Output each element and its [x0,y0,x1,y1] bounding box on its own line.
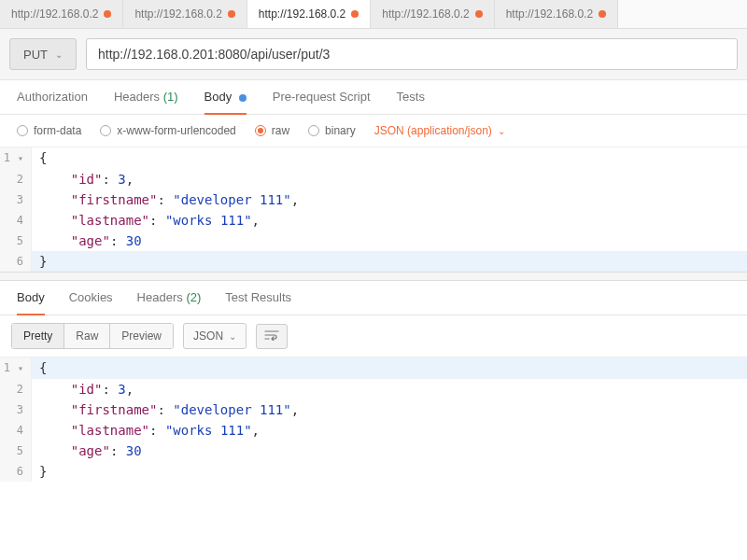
request-tab[interactable]: http://192.168.0.2 [371,0,494,28]
tab-body[interactable]: Body [204,90,247,115]
radio-binary[interactable]: binary [308,124,356,137]
resp-tab-cookies[interactable]: Cookies [69,290,113,315]
chevron-down-icon: ⌄ [55,49,63,60]
wrap-lines-button[interactable] [256,324,288,349]
unsaved-indicator-icon [599,10,606,18]
line-gutter[interactable]: 6 [0,251,32,272]
response-body-viewer[interactable]: 1 ▾{2 "id": 3,3 "firstname": "developer … [0,357,747,482]
http-method-label: PUT [23,48,48,62]
radio-urlencoded[interactable]: x-www-form-urlencoded [100,124,235,137]
view-preview[interactable]: Preview [110,324,173,348]
line-gutter[interactable]: 4 [0,420,32,441]
resp-tab-tests[interactable]: Test Results [225,290,291,315]
line-gutter[interactable]: 3 [0,399,32,420]
content-type-dropdown[interactable]: JSON (application/json) ⌄ [374,124,505,137]
code-line: 4 "lastname": "works 111", [0,210,747,231]
tab-prerequest[interactable]: Pre-request Script [273,90,371,114]
response-format-dropdown[interactable]: JSON ⌄ [183,323,247,349]
line-gutter[interactable]: 6 [0,461,32,482]
line-gutter[interactable]: 2 [0,169,32,189]
view-raw[interactable]: Raw [64,324,110,348]
radio-form-data[interactable]: form-data [17,124,81,137]
line-gutter[interactable]: 1 ▾ [0,147,32,169]
wrap-icon [264,329,279,341]
line-gutter[interactable]: 4 [0,210,32,231]
unsaved-indicator-icon [351,10,359,18]
url-input[interactable] [86,38,738,70]
line-gutter[interactable]: 3 [0,189,32,210]
fold-icon[interactable]: ▾ [10,153,23,163]
resp-tab-headers[interactable]: Headers (2) [137,290,202,315]
chevron-down-icon: ⌄ [229,331,236,342]
code-line: 5 "age": 30 [0,231,747,251]
request-row: PUT ⌄ [0,29,747,80]
view-pretty[interactable]: Pretty [12,324,64,348]
line-gutter[interactable]: 5 [0,441,32,461]
code-line: 3 "firstname": "developer 111", [0,189,747,210]
line-gutter[interactable]: 2 [0,379,32,399]
code-line: 3 "firstname": "developer 111", [0,399,747,420]
request-subtabs: Authorization Headers (1) Body Pre-reque… [0,80,747,115]
unsaved-indicator-icon [104,10,111,18]
response-subtabs: Body Cookies Headers (2) Test Results [0,281,747,315]
code-line: 2 "id": 3, [0,379,747,399]
code-line: 1 ▾{ [0,147,747,169]
code-line: 6} [0,461,747,482]
line-gutter[interactable]: 1 ▾ [0,357,32,379]
code-line: 4 "lastname": "works 111", [0,420,747,441]
response-controls: Pretty Raw Preview JSON ⌄ [0,315,747,357]
resp-tab-body[interactable]: Body [17,290,45,315]
resp-headers-count: (2) [186,290,201,304]
tab-headers[interactable]: Headers (1) [114,90,178,114]
pane-splitter[interactable] [0,272,747,281]
request-tab[interactable]: http://192.168.0.2 [123,0,247,28]
request-tab[interactable]: http://192.168.0.2 [247,0,371,28]
headers-count: (1) [163,90,178,104]
unsaved-indicator-icon [228,10,235,18]
fold-icon[interactable]: ▾ [10,363,23,373]
line-gutter[interactable]: 5 [0,231,32,251]
body-type-options: form-data x-www-form-urlencoded raw bina… [0,115,747,147]
code-line: 2 "id": 3, [0,169,747,189]
tab-tests[interactable]: Tests [397,90,425,114]
chevron-down-icon: ⌄ [498,126,505,136]
request-tab[interactable]: http://192.168.0.2 [495,0,618,28]
code-line: 1 ▾{ [0,357,747,379]
request-tabs-bar: http://192.168.0.2http://192.168.0.2http… [0,0,747,29]
code-line: 5 "age": 30 [0,441,747,461]
tab-authorization[interactable]: Authorization [17,90,88,114]
view-mode-segment: Pretty Raw Preview [11,323,174,349]
body-modified-indicator-icon [239,94,247,102]
request-body-editor[interactable]: 1 ▾{2 "id": 3,3 "firstname": "developer … [0,147,747,272]
request-tab[interactable]: http://192.168.0.2 [0,0,123,28]
http-method-dropdown[interactable]: PUT ⌄ [9,38,77,70]
radio-raw[interactable]: raw [255,124,289,137]
code-line: 6} [0,251,747,272]
unsaved-indicator-icon [475,10,483,18]
